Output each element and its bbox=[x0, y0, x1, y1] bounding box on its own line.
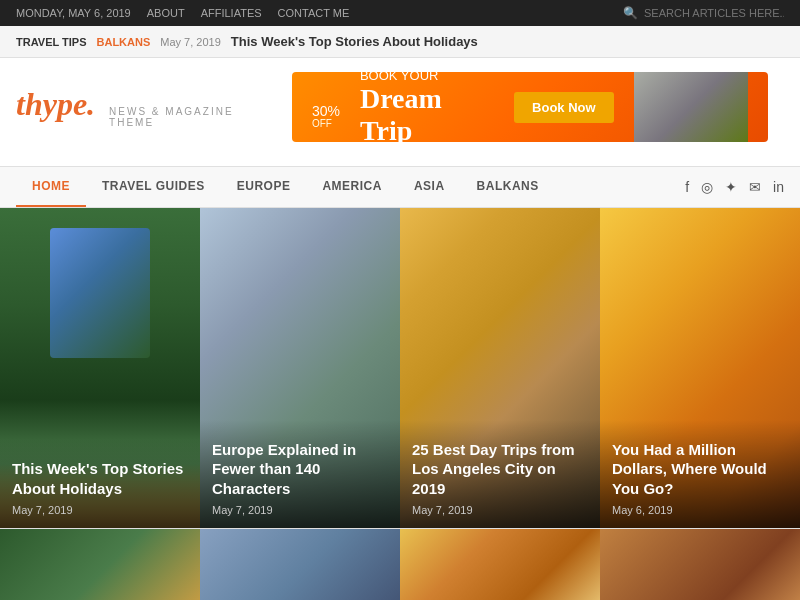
card-3[interactable]: 25 Best Day Trips from Los Angeles City … bbox=[400, 208, 600, 528]
news-tag-orange[interactable]: BALKANS bbox=[97, 36, 151, 48]
affiliates-link[interactable]: AFFILIATES bbox=[201, 7, 262, 19]
news-bar: TRAVEL TIPS BALKANS May 7, 2019 This Wee… bbox=[0, 26, 800, 58]
twitter-icon[interactable]: ✦ bbox=[725, 179, 737, 195]
main-grid: This Week's Top Stories About Holidays M… bbox=[0, 208, 800, 528]
card-2[interactable]: Europe Explained in Fewer than 140 Chara… bbox=[200, 208, 400, 528]
card-2-overlay: Europe Explained in Fewer than 140 Chara… bbox=[200, 420, 400, 529]
top-bar-left: MONDAY, MAY 6, 2019 ABOUT AFFILIATES CON… bbox=[16, 7, 349, 19]
email-icon[interactable]: ✉ bbox=[749, 179, 761, 195]
logo-tagline: NEWS & MAGAZINE THEME bbox=[109, 106, 276, 128]
top-bar-right: 🔍 bbox=[623, 6, 784, 20]
nav: HOME TRAVEL GUIDES EUROPE AMERICA ASIA B… bbox=[0, 166, 800, 208]
card-4-title: You Had a Million Dollars, Where Would Y… bbox=[612, 440, 788, 499]
ad-off-number: 30% bbox=[312, 103, 340, 119]
instagram-icon[interactable]: ◎ bbox=[701, 179, 713, 195]
ad-banner[interactable]: 30% OFF BOOK YOUR Dream Trip Book Now bbox=[292, 72, 768, 142]
thumb-3[interactable] bbox=[400, 529, 600, 600]
facebook-icon[interactable]: f bbox=[685, 179, 689, 195]
ad-book-text: BOOK YOUR bbox=[360, 72, 494, 83]
card-4-overlay: You Had a Million Dollars, Where Would Y… bbox=[600, 420, 800, 529]
ad-off-block: 30% OFF bbox=[312, 86, 340, 129]
nav-item-home[interactable]: HOME bbox=[16, 167, 86, 207]
card-2-date: May 7, 2019 bbox=[212, 504, 388, 516]
nav-item-balkans[interactable]: BALKANS bbox=[461, 167, 555, 207]
bottom-row bbox=[0, 528, 800, 600]
about-link[interactable]: ABOUT bbox=[147, 7, 185, 19]
card-3-overlay: 25 Best Day Trips from Los Angeles City … bbox=[400, 420, 600, 529]
card-1-overlay: This Week's Top Stories About Holidays M… bbox=[0, 439, 200, 528]
news-date: May 7, 2019 bbox=[160, 36, 221, 48]
card-3-date: May 7, 2019 bbox=[412, 504, 588, 516]
news-tag: TRAVEL TIPS bbox=[16, 36, 87, 48]
ad-book-button[interactable]: Book Now bbox=[514, 92, 614, 123]
linkedin-icon[interactable]: in bbox=[773, 179, 784, 195]
thumb-2[interactable] bbox=[200, 529, 400, 600]
card-4-date: May 6, 2019 bbox=[612, 504, 788, 516]
logo-area: thype. NEWS & MAGAZINE THEME bbox=[16, 86, 276, 128]
card-1-title: This Week's Top Stories About Holidays bbox=[12, 459, 188, 498]
card-1[interactable]: This Week's Top Stories About Holidays M… bbox=[0, 208, 200, 528]
header: thype. NEWS & MAGAZINE THEME 30% OFF BOO… bbox=[0, 58, 800, 156]
nav-item-asia[interactable]: ASIA bbox=[398, 167, 461, 207]
search-input[interactable] bbox=[644, 7, 784, 19]
contact-link[interactable]: CONTACT ME bbox=[278, 7, 350, 19]
card-3-title: 25 Best Day Trips from Los Angeles City … bbox=[412, 440, 588, 499]
nav-item-america[interactable]: AMERICA bbox=[306, 167, 398, 207]
nav-item-europe[interactable]: EUROPE bbox=[221, 167, 307, 207]
search-icon: 🔍 bbox=[623, 6, 638, 20]
ad-text-block: BOOK YOUR Dream Trip bbox=[360, 72, 494, 142]
logo[interactable]: thype. bbox=[16, 86, 95, 123]
ad-image bbox=[634, 72, 748, 142]
top-bar: MONDAY, MAY 6, 2019 ABOUT AFFILIATES CON… bbox=[0, 0, 800, 26]
nav-item-travel-guides[interactable]: TRAVEL GUIDES bbox=[86, 167, 221, 207]
thumb-4[interactable] bbox=[600, 529, 800, 600]
news-headline: This Week's Top Stories About Holidays bbox=[231, 34, 478, 49]
ad-dream-text: Dream Trip bbox=[360, 83, 494, 143]
top-bar-date: MONDAY, MAY 6, 2019 bbox=[16, 7, 131, 19]
social-icons: f ◎ ✦ ✉ in bbox=[685, 179, 784, 195]
nav-left: HOME TRAVEL GUIDES EUROPE AMERICA ASIA B… bbox=[16, 167, 555, 207]
card-2-title: Europe Explained in Fewer than 140 Chara… bbox=[212, 440, 388, 499]
card-1-date: May 7, 2019 bbox=[12, 504, 188, 516]
thumb-1[interactable] bbox=[0, 529, 200, 600]
card-1-person-img bbox=[50, 228, 150, 358]
card-4[interactable]: You Had a Million Dollars, Where Would Y… bbox=[600, 208, 800, 528]
